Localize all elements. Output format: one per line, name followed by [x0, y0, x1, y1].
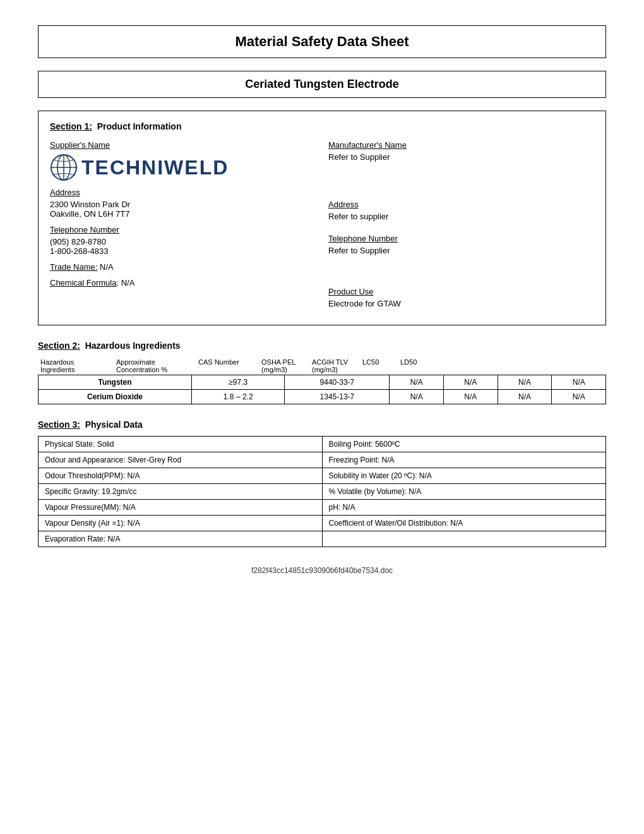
supplier-label: Supplier's Name	[50, 140, 316, 150]
table-cell: N/A	[498, 375, 552, 390]
section1-box: Section 1: Product Information Supplier'…	[38, 111, 606, 325]
chemical-formula-label: Chemical Formula	[50, 278, 116, 287]
manufacturer-block: Manufacturer's Name Refer to Supplier	[328, 140, 594, 162]
telephone-line1: (905) 829-8780	[50, 237, 316, 246]
col-cas-label: CAS Number	[198, 358, 256, 366]
telephone-right-block: Telephone Number Refer to Supplier	[328, 234, 594, 255]
telephone-left-label: Telephone Number	[50, 225, 316, 234]
address-left-block: Address 2300 Winston Park Dr Oakville, O…	[50, 188, 316, 219]
svg-point-8	[72, 167, 73, 168]
main-title-box: Material Safety Data Sheet	[38, 25, 606, 58]
table-cell: N/A	[552, 390, 606, 404]
col-haz-header: Hazardous Ingredients	[38, 358, 114, 373]
address-right-value: Refer to supplier	[328, 212, 594, 221]
col-acgih1: ACGIH TLV	[312, 358, 357, 366]
table-cell: 9440-33-7	[285, 375, 390, 390]
table-row: Odour and Appearance: Silver-Grey RodFre…	[39, 452, 606, 468]
telephone-line2: 1-800-268-4833	[50, 246, 316, 256]
logo-area: TECHNIWELD	[50, 154, 316, 181]
telephone-right-value: Refer to Supplier	[328, 246, 594, 255]
product-title-box: Ceriated Tungsten Electrode	[38, 71, 606, 98]
col-haz2: Ingredients	[40, 366, 111, 373]
table-row: Specific Gravity: 19.2gm/cc% Volatile (b…	[39, 484, 606, 500]
col-lc-label: LC50	[362, 358, 395, 366]
physical-right-cell: Solubility in Water (20 ºC): N/A	[322, 468, 606, 484]
section3-heading: Section 3: Physical Data	[38, 420, 606, 430]
globe-icon	[50, 154, 78, 181]
table-cell: N/A	[390, 375, 444, 390]
svg-point-5	[63, 158, 65, 160]
table-cell: 1345-13-7	[285, 390, 390, 404]
table-row: Tungsten≥97.39440-33-7N/AN/AN/AN/A	[39, 375, 606, 390]
address-line2: Oakville, ON L6H 7T7	[50, 209, 316, 219]
col-ld-label: LD50	[400, 358, 433, 366]
product-title: Ceriated Tungsten Electrode	[45, 78, 599, 91]
product-use-block: Product Use Electrode for GTAW	[328, 287, 594, 308]
col-ld-header: LD50	[398, 358, 436, 373]
physical-right-cell: Coefficient of Water/Oil Distribution: N…	[322, 516, 606, 531]
address-right-label: Address	[328, 200, 594, 209]
col-lc-header: LC50	[360, 358, 398, 373]
physical-left-cell: Vapour Pressure(MM): N/A	[39, 500, 323, 516]
manufacturer-value: Refer to Supplier	[328, 152, 594, 162]
col-approx-header: Approximate Concentration %	[114, 358, 196, 373]
table-cell: N/A	[552, 375, 606, 390]
section1-heading-prefix: Section 1:	[50, 121, 92, 131]
table-row: Evaporation Rate: N/A	[39, 531, 606, 547]
section2-outer: Section 2: Hazardous Ingredients Hazardo…	[38, 341, 606, 404]
table-cell: N/A	[444, 375, 498, 390]
col-acgih-header: ACGIH TLV (mg/m3)	[309, 358, 360, 373]
table-row: Odour Threshold(PPM): N/ASolubility in W…	[39, 468, 606, 484]
svg-point-6	[68, 159, 70, 161]
table-row: Vapour Pressure(MM): N/ApH: N/A	[39, 500, 606, 516]
manufacturer-col: Manufacturer's Name Refer to Supplier Ad…	[328, 140, 594, 315]
section1-heading-title: Product Information	[97, 121, 182, 131]
table-cell: N/A	[444, 390, 498, 404]
col-osha1: OSHA PEL	[261, 358, 307, 366]
address-left-label: Address	[50, 188, 316, 197]
main-title: Material Safety Data Sheet	[46, 33, 598, 50]
ingredients-col-headers: Hazardous Ingredients Approximate Concen…	[38, 358, 606, 375]
telephone-right-label: Telephone Number	[328, 234, 594, 243]
col-acgih2: (mg/m3)	[312, 366, 357, 373]
section2-heading: Section 2: Hazardous Ingredients	[38, 341, 606, 351]
table-cell: N/A	[390, 390, 444, 404]
manufacturer-label: Manufacturer's Name	[328, 140, 594, 150]
footer-text: f282f43cc14851c93090b6fd40be7534.doc	[251, 566, 393, 575]
svg-point-4	[58, 159, 60, 161]
ingredients-table: Tungsten≥97.39440-33-7N/AN/AN/AN/ACerium…	[38, 375, 606, 404]
physical-left-cell: Specific Gravity: 19.2gm/cc	[39, 484, 323, 500]
trade-name-block: Trade Name: N/A	[50, 262, 316, 272]
trade-name-label: Trade Name:	[50, 262, 97, 272]
physical-right-cell: % Volatile (by Volume): N/A	[322, 484, 606, 500]
chemical-formula-value: N/A	[121, 278, 135, 287]
physical-left-cell: Evaporation Rate: N/A	[39, 531, 323, 547]
table-cell: Tungsten	[39, 375, 192, 390]
physical-left-cell: Odour Threshold(PPM): N/A	[39, 468, 323, 484]
col-osha-header: OSHA PEL (mg/m3)	[259, 358, 309, 373]
footer: f282f43cc14851c93090b6fd40be7534.doc	[38, 566, 606, 575]
section3-title: Physical Data	[85, 420, 143, 430]
table-row: Cerium Dioxide1.8 – 2.21345-13-7N/AN/AN/…	[39, 390, 606, 404]
section2-prefix: Section 2:	[38, 341, 80, 351]
physical-right-cell: pH: N/A	[322, 500, 606, 516]
section1-heading: Section 1: Product Information	[50, 121, 594, 131]
physical-right-cell: Boiling Point: 5600ºC	[322, 437, 606, 452]
section3-outer: Section 3: Physical Data Physical State:…	[38, 420, 606, 547]
physical-left-cell: Vapour Density (Air =1): N/A	[39, 516, 323, 531]
telephone-left-block: Telephone Number (905) 829-8780 1-800-26…	[50, 225, 316, 256]
chemical-formula-block: Chemical Formula: N/A	[50, 278, 316, 287]
table-row: Vapour Density (Air =1): N/ACoefficient …	[39, 516, 606, 531]
table-cell: 1.8 – 2.2	[192, 390, 285, 404]
physical-right-cell	[322, 531, 606, 547]
table-row: Physical State: SolidBoiling Point: 5600…	[39, 437, 606, 452]
col-approx1: Approximate	[116, 358, 193, 366]
col-approx2: Concentration %	[116, 366, 193, 373]
address-line1: 2300 Winston Park Dr	[50, 200, 316, 209]
product-use-value: Electrode for GTAW	[328, 299, 594, 308]
supplier-col: Supplier's Name	[50, 140, 316, 315]
physical-left-cell: Physical State: Solid	[39, 437, 323, 452]
physical-right-cell: Freezing Point: N/A	[322, 452, 606, 468]
physical-left-cell: Odour and Appearance: Silver-Grey Rod	[39, 452, 323, 468]
col-haz1: Hazardous	[40, 358, 111, 366]
